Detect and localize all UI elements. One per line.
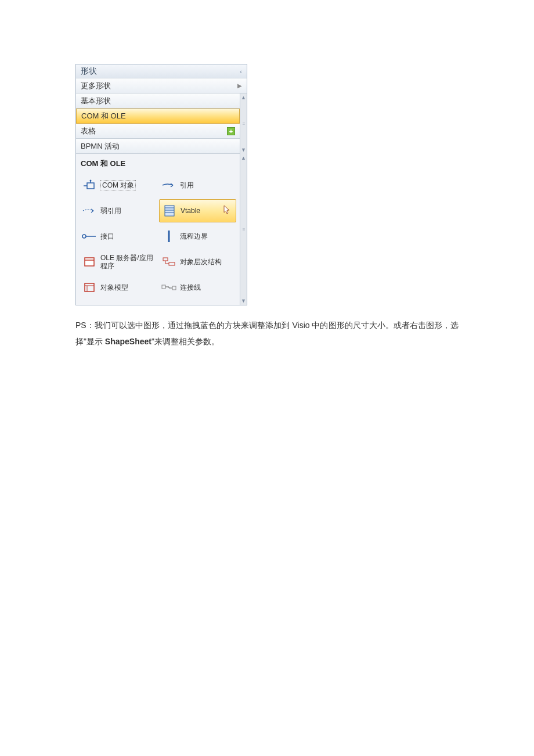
note-suffix: "来调整相关参数。 — [151, 337, 219, 346]
panel-title-bar: 形状 ‹ — [76, 64, 247, 78]
svg-point-3 — [90, 180, 92, 182]
svg-rect-14 — [169, 262, 175, 265]
scroll-down-icon[interactable]: ▼ — [241, 297, 246, 305]
shape-com-object[interactable]: COM 对象 — [80, 174, 157, 197]
category-basic-shapes[interactable]: 基本形状 — [76, 93, 240, 109]
chevron-right-icon: ▶ — [237, 82, 242, 89]
shape-label: 引用 — [180, 181, 194, 189]
lollipop-icon — [82, 230, 97, 243]
scroll-grip-icon[interactable]: ≡ — [243, 121, 245, 127]
scroll-up-icon[interactable]: ▲ — [241, 93, 246, 102]
stencil-scrollbar[interactable]: ▲ ≡ ▼ — [240, 154, 247, 305]
svg-point-8 — [82, 235, 86, 238]
collapse-icon[interactable]: ‹ — [240, 68, 242, 75]
shape-label: 接口 — [100, 232, 114, 240]
shape-interface[interactable]: 接口 — [80, 225, 157, 248]
add-icon[interactable]: + — [227, 127, 235, 135]
category-label: COM 和 OLE — [81, 111, 126, 121]
shape-label: 连接线 — [180, 283, 201, 291]
svg-rect-15 — [85, 283, 94, 291]
shape-weak-reference[interactable]: 弱引用 — [80, 199, 157, 222]
point-cursor-icon — [221, 204, 232, 219]
category-label: BPMN 活动 — [81, 141, 120, 152]
note-paragraph: PS：我们可以选中图形，通过拖拽蓝色的方块来调整添加到 Visio 中的图形的尺… — [75, 317, 459, 350]
shape-label: COM 对象 — [100, 180, 136, 190]
shape-connector[interactable]: 连接线 — [159, 276, 236, 299]
svg-rect-11 — [85, 258, 94, 266]
com-object-icon — [82, 179, 97, 192]
vbar-icon — [161, 230, 176, 243]
object-model-icon — [82, 281, 97, 294]
shape-reference[interactable]: 引用 — [159, 174, 236, 197]
scroll-up-icon[interactable]: ▲ — [241, 154, 246, 162]
category-com-ole[interactable]: COM 和 OLE — [76, 109, 240, 124]
shape-label: 流程边界 — [180, 232, 208, 240]
category-tables[interactable]: 表格 + — [76, 124, 240, 139]
more-shapes-row[interactable]: 更多形状 ▶ — [76, 78, 247, 93]
arrow-weak-icon — [82, 204, 97, 217]
shape-object-model[interactable]: 对象模型 — [80, 276, 157, 299]
stencil-title: COM 和 OLE — [76, 154, 240, 171]
shape-object-hierarchy[interactable]: 对象层次结构 — [159, 250, 236, 273]
more-shapes-label: 更多形状 — [81, 81, 111, 91]
shape-label: OLE 服务器/应用程序 — [100, 254, 154, 271]
shape-grid: COM 对象 引用 弱引用 — [76, 171, 240, 305]
shape-vtable[interactable]: Vtable — [159, 199, 236, 222]
scroll-grip-icon[interactable]: ≡ — [243, 227, 245, 232]
svg-rect-13 — [163, 258, 168, 261]
vtable-icon — [162, 204, 177, 217]
category-label: 表格 — [81, 126, 96, 136]
scroll-down-icon[interactable]: ▼ — [241, 146, 246, 154]
shape-label: 弱引用 — [100, 207, 121, 215]
category-label: 基本形状 — [81, 96, 111, 106]
shape-label: 对象层次结构 — [180, 258, 222, 266]
ole-box-icon — [82, 255, 97, 268]
connector-icon — [161, 281, 176, 294]
shape-ole-server[interactable]: OLE 服务器/应用程序 — [80, 250, 157, 273]
panel-title: 形状 — [81, 66, 97, 77]
shape-process-boundary[interactable]: 流程边界 — [159, 225, 236, 248]
hierarchy-icon — [161, 255, 176, 268]
arrow-ref-icon — [161, 179, 176, 192]
category-scrollbar[interactable]: ▲ ≡ ▼ — [240, 93, 247, 154]
note-bold: ShapeSheet — [105, 337, 151, 346]
svg-rect-18 — [162, 285, 165, 289]
category-bpmn[interactable]: BPMN 活动 — [76, 139, 240, 154]
svg-rect-19 — [172, 286, 176, 290]
shape-label: 对象模型 — [100, 283, 128, 291]
shape-label: Vtable — [181, 207, 200, 215]
svg-rect-0 — [87, 183, 94, 189]
svg-rect-4 — [165, 206, 174, 216]
